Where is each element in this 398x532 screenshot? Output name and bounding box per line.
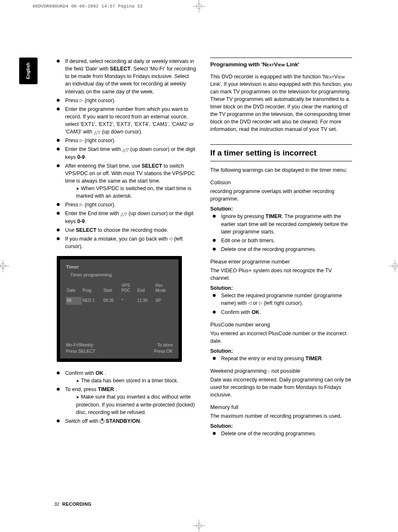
crop-mark-bottom-icon [193,519,205,532]
osd-subtitle: Timer programming [70,271,173,279]
language-tab: English [19,58,38,84]
ui-text: EXT1 [81,121,94,127]
warning-desc: recording programme overlaps with anothe… [210,188,352,203]
solution-label: Solution: [210,422,352,430]
osd-col-header: Date [66,282,82,297]
solution-list: Delete one of the recording programmes. [210,430,352,437]
osd-cell: 09:35 [103,297,121,305]
warning-title: Collision [210,179,352,187]
list-item: If you made a mistake, you can go back w… [54,235,196,250]
osd-cell: SP [154,297,173,305]
right-cursor-icon: ▷ [80,202,83,208]
nextview-para: This DVD recorder is equipped with the f… [210,73,352,133]
warning-desc: Date was incorrectly entered. Daily prog… [210,376,352,399]
instruction-list-after: Confirm with OK .The data has been store… [54,369,196,425]
right-cursor-icon: ▷ [259,300,262,306]
list-item: Press ▷ (right cursor). [54,201,196,208]
bold-text: STANDBY/ON [104,418,140,424]
right-column: Programming with 'NextView Link' This DV… [210,58,352,439]
right-cursor-icon: ▷ [80,138,83,144]
heading-incorrect-timer: If a timer setting is incorrect [210,144,352,162]
solution-list: Repeat the entry or end by pressing TIME… [210,355,352,362]
left-cursor-icon: ◁ [248,300,252,306]
warning-title: Weekend programming - not possible [210,367,352,375]
page-footer: 32 RECORDING [54,501,91,508]
osd-cell: * [121,297,136,305]
osd-footer-left-2: Press SELECT [66,348,96,354]
warning-title: PlusCode number wrong [210,321,352,329]
bold-text: OK [252,309,259,315]
warning-title: Memory full [210,404,352,412]
osd-footer-left-1: Mo-Fr/Weekly [66,342,96,348]
ui-text: CAM2 [172,121,187,127]
left-column: If desired, select recording at daily or… [54,58,196,439]
list-item: Switch off with STANDBY/ON. [54,417,196,425]
list-item: Use SELECT to choose the recording mode. [54,226,196,234]
list-item: Enter the End time with △▽ (up down curs… [54,210,196,225]
list-item: Press ▷ (right cursor). [54,137,196,144]
osd-table: DateProgStartVPSPDCEndRecMode 09NED 109:… [66,282,173,305]
list-item: To end, press TIMER .Make sure that you … [54,386,196,416]
list-item: Enter the Start time with △▽ (up down cu… [54,146,196,161]
list-item: Confirm with OK .The data has been store… [54,369,196,384]
up-down-cursor-icon: △▽ [122,148,129,151]
bold-text: TIMER [305,356,322,361]
solution-list: Ignore by pressing TIMER. The programme … [210,213,352,253]
up-down-cursor-icon: △▽ [121,213,127,216]
crop-mark-left-icon [0,260,9,272]
list-item: Delete one of the recording programmes. [210,246,352,253]
osd-panel: Timer Timer programming DateProgStartVPS… [57,256,182,362]
ui-text: EXT4 [135,121,148,127]
heading-nextview: Programming with 'NextView Link' [210,58,352,69]
bold-text: OK [96,370,103,376]
osd-col-header: RecMode [154,282,173,297]
solution-list: Select the required programme number (pr… [210,292,352,316]
warning-title: Please enter programme number [210,258,352,266]
solution-label: Solution: [210,284,352,292]
solution-label: Solution: [210,205,352,213]
list-item: Press ▷ (right cursor). [54,97,196,104]
ui-text: CAM1 [153,121,167,127]
arrow-note: Make sure that you inserted a disc witho… [65,393,196,416]
osd-col-header: End [136,282,155,297]
osd-footer-right-2: Press OK [154,348,173,354]
osd-footer-right-1: To store [154,342,173,348]
osd-title: Timer [66,263,173,271]
list-item: Confirm with OK. [210,309,352,316]
warning-desc: The VIDEO Plus+ system does not recogniz… [210,267,352,282]
ui-text: EXT3 [117,121,130,127]
bold-text: SELECT [141,163,162,169]
warning-desc: You entered an incorrect PlusCode number… [210,330,352,345]
ui-text: EXT2 [99,121,112,127]
bold-text: 0-9 [77,154,85,160]
up-down-cursor-icon: △▽ [94,131,101,134]
page-number: 32 [54,502,59,507]
bold-text: TIMER [98,386,114,392]
bold-text: SELECT [110,66,131,72]
osd-cell: 11:35 [136,297,155,305]
osd-col-header: VPSPDC [121,282,136,297]
arrow-note: The data has been stored in a timer bloc… [65,377,196,384]
list-item: If desired, select recording at daily or… [54,58,196,95]
list-item: Repeat the entry or end by pressing TIME… [210,355,352,362]
bold-text: 0-9 [77,218,85,224]
warning-desc: The maximum number of recording programm… [210,412,352,420]
arrow-note: When VPS/PDC is switched on, the start t… [65,185,196,200]
language-tab-label: English [25,63,32,79]
bold-text: SELECT [76,227,96,233]
ui-text: Date [86,66,97,72]
list-item: After entering the Start time, use SELEC… [54,162,196,200]
power-icon [100,419,104,424]
print-header: 06DVDR990UKD4 06-06-2002 14:57 Pagina 32 [33,3,143,10]
left-cursor-icon: ◁ [169,236,172,242]
bold-text: TIMER [265,213,282,219]
ui-text: CAM3 [66,129,81,135]
osd-col-header: Prog [82,282,103,297]
list-item: Delete one of the recording programmes. [210,430,352,437]
crop-mark-top-icon [193,0,205,13]
footer-section: RECORDING [62,502,91,507]
list-item: Edit one or both timers. [210,237,352,244]
incorrect-intro: The following warnings can be displayed … [210,166,352,174]
list-item: Enter the programme number from which yo… [54,105,196,136]
list-item: Select the required programme number (pr… [210,292,352,307]
